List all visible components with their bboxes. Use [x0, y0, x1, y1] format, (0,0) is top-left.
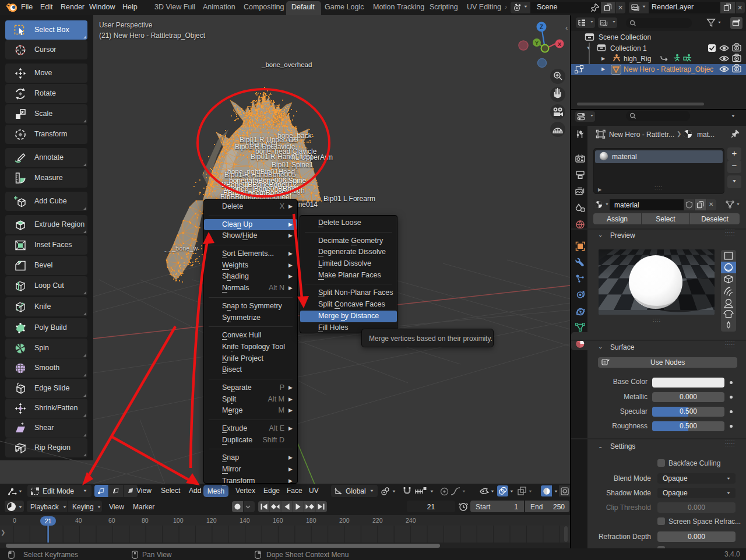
svg-text:Y: Y [535, 40, 539, 46]
svg-text:X: X [558, 41, 561, 47]
svg-text:Z: Z [540, 24, 543, 30]
